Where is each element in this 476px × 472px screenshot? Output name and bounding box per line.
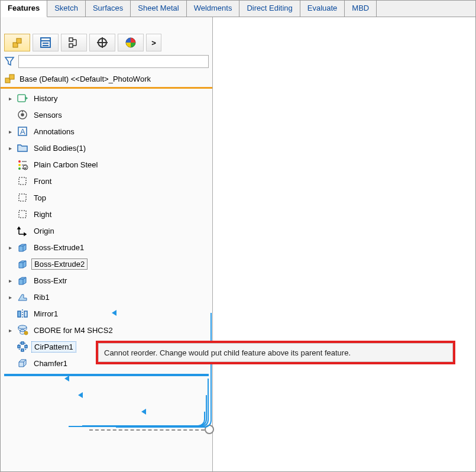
expand-toggle[interactable]: ▸ <box>7 145 14 151</box>
folder-icon <box>16 141 29 154</box>
svg-point-23 <box>18 160 21 163</box>
tree-item-origin[interactable]: ▸ Origin <box>1 222 212 239</box>
expand-toggle[interactable]: ▸ <box>7 244 14 251</box>
root-label: Base (Default) <<Default>_PhotoWork <box>20 75 151 83</box>
svg-point-25 <box>18 167 21 170</box>
tree-item-cbore[interactable]: ▸ CBORE for M4 SHCS2 <box>1 322 212 338</box>
tree-item-label: Origin <box>31 226 57 236</box>
svg-rect-17 <box>18 95 25 102</box>
tab-weldments[interactable]: Weldments <box>187 1 240 17</box>
tree-item-label: Annotations <box>31 127 77 137</box>
plane-icon <box>16 208 29 221</box>
tree-item-label: Top <box>31 193 48 203</box>
tree-item-label: Boss-Extr <box>31 276 69 286</box>
tab-mbd[interactable]: MBD <box>345 1 377 17</box>
tree-item-label: Boss-Extrude2 <box>31 258 88 270</box>
feature-tree: ▸ History ▸ Sensors ▸ A Annotations ▸ So… <box>1 89 212 373</box>
tree-item-label: Sensors <box>31 110 64 120</box>
material-icon <box>16 158 29 171</box>
tree-item-top[interactable]: ▸ Top <box>1 189 212 206</box>
featuremanager-tab-icon[interactable] <box>4 34 30 51</box>
tree-item-right[interactable]: ▸ Right <box>1 206 212 222</box>
svg-rect-44 <box>21 349 24 351</box>
rollback-bar[interactable] <box>4 374 209 376</box>
tree-item-label: Solid Bodies(1) <box>31 143 88 153</box>
plane-icon <box>16 191 29 204</box>
tree-item-label: Right <box>31 209 54 219</box>
circpattern-icon <box>16 340 29 353</box>
tree-item-boss-extrude3[interactable]: ▸ Boss-Extr <box>1 272 212 289</box>
graphics-area[interactable] <box>213 17 475 471</box>
tab-evaluate[interactable]: Evaluate <box>300 1 345 17</box>
annotation-icon: A <box>16 125 29 138</box>
extrude-icon <box>16 257 29 270</box>
tab-directediting[interactable]: Direct Editing <box>239 1 300 17</box>
history-icon <box>16 92 29 105</box>
svg-point-29 <box>23 165 28 170</box>
svg-rect-33 <box>24 311 27 317</box>
extrude-icon <box>16 274 29 287</box>
tree-item-label: CirPattern1 <box>31 341 76 353</box>
filter-input[interactable] <box>18 55 209 68</box>
svg-point-19 <box>21 114 24 116</box>
svg-rect-7 <box>69 44 73 47</box>
tree-item-boss-extrude2[interactable]: ▸ Boss-Extrude2 <box>1 256 212 272</box>
sensor-icon <box>16 108 29 121</box>
tab-features[interactable]: Features <box>1 1 47 17</box>
tree-item-label: Mirror1 <box>31 309 60 319</box>
propertymanager-tab-icon[interactable] <box>33 34 59 51</box>
mirror-icon <box>16 307 29 320</box>
dimxpert-tab-icon[interactable] <box>89 34 115 51</box>
svg-rect-6 <box>69 38 73 41</box>
part-icon <box>4 73 16 85</box>
tree-item-rib1[interactable]: ▸ Rib1 <box>1 289 212 305</box>
svg-rect-32 <box>18 311 21 317</box>
expand-toggle[interactable]: ▸ <box>7 327 14 334</box>
svg-point-36 <box>20 329 25 332</box>
command-tab-bar: Features Sketch Surfaces Sheet Metal Wel… <box>1 1 475 17</box>
chamfer-icon <box>16 357 29 370</box>
plane-icon <box>16 174 29 187</box>
rib-icon <box>16 290 29 303</box>
tree-item-label: Plain Carbon Steel <box>31 160 100 170</box>
panel-overflow-icon[interactable]: > <box>146 34 161 51</box>
tree-item-label: Front <box>31 176 54 186</box>
tree-item-sensors[interactable]: ▸ Sensors <box>1 106 212 123</box>
tree-item-mirror1[interactable]: ▸ Mirror1 <box>1 305 212 322</box>
tree-item-label: CBORE for M4 SHCS2 <box>31 325 115 335</box>
svg-point-35 <box>18 325 27 329</box>
extrude-icon <box>16 241 29 254</box>
tree-root[interactable]: Base (Default) <<Default>_PhotoWork <box>1 70 212 89</box>
expand-toggle[interactable]: ▸ <box>7 277 14 284</box>
tab-sheetmetal[interactable]: Sheet Metal <box>131 1 186 17</box>
tree-item-front[interactable]: ▸ Front <box>1 173 212 189</box>
svg-rect-41 <box>21 342 24 344</box>
tree-item-label: Rib1 <box>31 292 52 302</box>
tree-item-history[interactable]: ▸ History <box>1 90 212 106</box>
reorder-error-tooltip: Cannot reorder. Change would put child f… <box>96 341 455 364</box>
configmanager-tab-icon[interactable] <box>61 34 87 51</box>
tree-item-boss-extrude1[interactable]: ▸ Boss-Extrude1 <box>1 239 212 256</box>
panel-tab-bar: > <box>1 31 212 54</box>
svg-point-24 <box>18 164 21 166</box>
displaymanager-tab-icon[interactable] <box>118 34 144 51</box>
tree-item-label: History <box>31 93 60 104</box>
tree-item-solidbodies[interactable]: ▸ Solid Bodies(1) <box>1 140 212 156</box>
expand-toggle[interactable]: ▸ <box>7 95 14 102</box>
origin-icon <box>16 224 29 237</box>
tree-item-material[interactable]: ▸ Plain Carbon Steel <box>1 156 212 173</box>
expand-toggle[interactable]: ▸ <box>7 294 14 300</box>
tab-surfaces[interactable]: Surfaces <box>86 1 131 17</box>
svg-text:A: A <box>20 127 25 136</box>
filter-icon[interactable] <box>4 56 15 67</box>
feature-manager-panel: > Base (Default) <<Default>_PhotoWork ▸ … <box>1 17 213 471</box>
tree-item-label: Chamfer1 <box>31 358 70 368</box>
tree-item-annotations[interactable]: ▸ A Annotations <box>1 123 212 140</box>
svg-rect-43 <box>18 345 20 348</box>
expand-toggle[interactable]: ▸ <box>7 128 14 135</box>
svg-rect-42 <box>25 345 27 348</box>
svg-rect-1 <box>17 38 21 43</box>
tab-sketch[interactable]: Sketch <box>47 1 86 17</box>
svg-rect-16 <box>9 75 14 79</box>
tree-item-label: Boss-Extrude1 <box>31 243 86 253</box>
